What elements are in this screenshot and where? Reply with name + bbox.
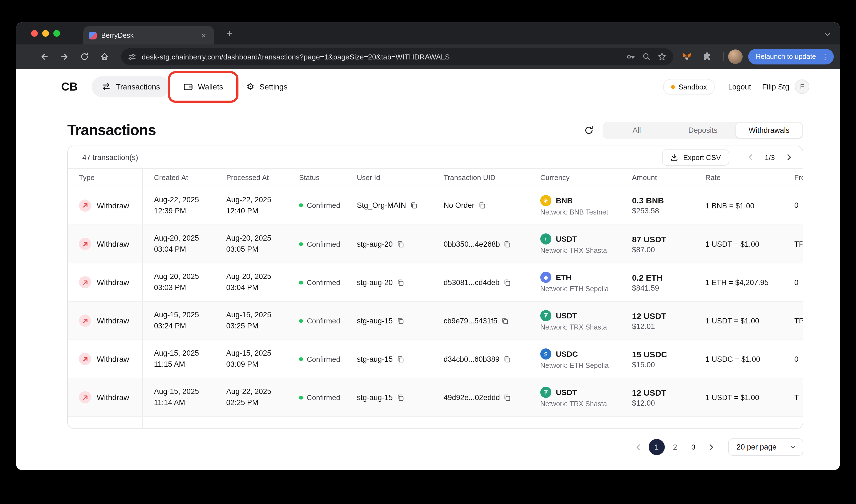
page-size-label: 20 per page: [736, 443, 777, 451]
extensions-puzzle-icon[interactable]: [698, 48, 715, 65]
amount-cell: 0.3 BNB $253.58: [621, 196, 694, 215]
page-button-2[interactable]: 2: [667, 439, 683, 455]
user-name[interactable]: Filip Stg: [762, 83, 789, 91]
table-row[interactable]: Withdraw Aug-20, 2025 03:03 PM Aug-20, 2…: [68, 263, 803, 301]
copy-icon[interactable]: [397, 355, 404, 363]
withdraw-arrow-icon: [79, 199, 91, 212]
env-dot-icon: [671, 85, 675, 89]
transaction-uid-value: d34cb0...60b389: [444, 355, 499, 363]
pager-next-icon[interactable]: [786, 154, 791, 161]
user-id-value: stg-aug-20: [357, 278, 393, 286]
table-row[interactable]: Withdraw Aug-15, 2025 Aug-20, 2025: [68, 416, 803, 429]
rate-cell: 1 USDC = $1.00: [694, 354, 785, 364]
coin-icon: ◈: [540, 195, 551, 206]
view-tab-deposits[interactable]: Deposits: [670, 123, 736, 138]
network-label: Network: TRX Shasta: [540, 323, 621, 331]
bookmark-star-icon[interactable]: [657, 52, 666, 61]
nav-item-transactions[interactable]: Transactions: [92, 76, 170, 97]
rate-cell: 1 USDT = $1.00: [694, 316, 785, 326]
url-text[interactable]: desk-stg.chainberry.com/dashboard/transa…: [142, 53, 620, 61]
table-row[interactable]: Withdraw Aug-22, 2025 12:39 PM Aug-22, 2…: [68, 186, 803, 224]
processed-at-cell: Aug-22, 2025 02:25 PM: [215, 386, 288, 408]
status-dot-icon: [299, 319, 303, 323]
password-key-icon[interactable]: [626, 52, 635, 61]
page-button-1[interactable]: 1: [649, 439, 665, 455]
tab-favicon-icon: [89, 31, 97, 39]
fullscreen-window-button[interactable]: [53, 30, 60, 37]
home-button[interactable]: [96, 48, 113, 65]
table-row[interactable]: Withdraw Aug-15, 2025 11:15 AM Aug-15, 2…: [68, 340, 803, 378]
transactions-swap-icon: [102, 82, 111, 91]
from-cell: 0: [785, 201, 803, 210]
wallet-icon: [183, 82, 193, 91]
relaunch-to-update-button[interactable]: Relaunch to update ⋮: [748, 49, 834, 65]
column-header-currency: Currency: [529, 173, 621, 181]
table-row[interactable]: Withdraw Aug-15, 2025 11:14 AM Aug-22, 2…: [68, 378, 803, 416]
page-next-icon[interactable]: [704, 439, 719, 455]
page-prev-icon[interactable]: [631, 439, 646, 455]
site-settings-icon[interactable]: [128, 53, 136, 61]
column-header-processed-at: Processed At: [215, 173, 288, 181]
view-tab-withdrawals[interactable]: Withdrawals: [736, 123, 802, 138]
transactions-card: 47 transaction(s) Export CSV 1/3: [67, 146, 803, 429]
logout-button[interactable]: Logout: [728, 83, 751, 91]
bottom-pagination: 123 20 per page: [16, 429, 840, 456]
type-label: Withdraw: [97, 278, 129, 287]
type-cell: Withdraw: [68, 225, 143, 263]
copy-icon[interactable]: [397, 240, 404, 248]
column-header-amount: Amount: [621, 173, 694, 181]
processed-at-cell: Aug-20, 2025 03:04 PM: [215, 271, 288, 293]
back-button[interactable]: [36, 48, 53, 65]
copy-icon[interactable]: [501, 317, 509, 324]
user-id-cell: Stg_Org-MAIN: [346, 201, 432, 210]
export-csv-label: Export CSV: [683, 153, 721, 161]
created-at-cell: Aug-15, 2025 11:14 AM: [143, 386, 215, 408]
view-tab-all[interactable]: All: [604, 123, 670, 138]
from-cell: TP: [785, 240, 803, 248]
browser-window: BerryDesk × +: [16, 22, 840, 470]
browser-tab[interactable]: BerryDesk ×: [83, 26, 214, 44]
nav-item-wallets[interactable]: Wallets: [174, 76, 233, 97]
page-size-select[interactable]: 20 per page: [728, 438, 803, 456]
copy-icon[interactable]: [397, 394, 404, 401]
metamask-extension-icon[interactable]: [678, 48, 695, 65]
copy-icon[interactable]: [504, 240, 511, 248]
copy-icon[interactable]: [410, 202, 417, 209]
copy-icon[interactable]: [503, 279, 511, 286]
screen: BerryDesk × +: [0, 0, 856, 504]
export-csv-button[interactable]: Export CSV: [662, 149, 729, 165]
close-window-button[interactable]: [31, 30, 38, 37]
page-button-3[interactable]: 3: [685, 439, 701, 455]
tab-close-icon[interactable]: ×: [199, 30, 209, 40]
column-header-transaction-uid: Transaction UID: [432, 173, 529, 181]
refresh-button[interactable]: [584, 125, 594, 135]
address-bar[interactable]: desk-stg.chainberry.com/dashboard/transa…: [121, 48, 673, 65]
toolbar-divider: [723, 52, 724, 61]
table-row[interactable]: Withdraw Aug-20, 2025 03:04 PM Aug-20, 2…: [68, 224, 803, 263]
reload-button[interactable]: [76, 48, 93, 65]
copy-icon[interactable]: [397, 317, 404, 324]
tab-title: BerryDesk: [101, 31, 199, 39]
currency-symbol: USDT: [556, 234, 577, 244]
view-tabs: AllDepositsWithdrawals: [603, 122, 803, 139]
copy-icon[interactable]: [478, 202, 485, 209]
profile-avatar[interactable]: [728, 50, 742, 64]
minimize-window-button[interactable]: [42, 30, 49, 37]
nav-item-settings[interactable]: ⚙ Settings: [236, 76, 298, 97]
copy-icon[interactable]: [397, 279, 404, 286]
zoom-icon[interactable]: [642, 52, 650, 61]
table-row[interactable]: Withdraw Aug-15, 2025 03:24 PM Aug-15, 2…: [68, 301, 803, 340]
tab-overflow-chevron-icon[interactable]: [824, 30, 831, 40]
copy-icon[interactable]: [503, 355, 511, 363]
new-tab-button[interactable]: +: [223, 27, 236, 40]
nav-label: Settings: [259, 82, 287, 91]
pager-prev-icon[interactable]: [748, 154, 753, 161]
copy-icon[interactable]: [504, 394, 511, 401]
user-avatar[interactable]: F: [795, 79, 809, 94]
type-cell: Withdraw: [68, 340, 143, 378]
forward-button[interactable]: [56, 48, 73, 65]
browser-menu-icon[interactable]: ⋮: [822, 53, 829, 60]
user-id-cell: stg-aug-20: [346, 240, 432, 248]
network-label: Network: TRX Shasta: [540, 400, 621, 408]
app-header: CB Transactions Wallets: [16, 69, 840, 105]
